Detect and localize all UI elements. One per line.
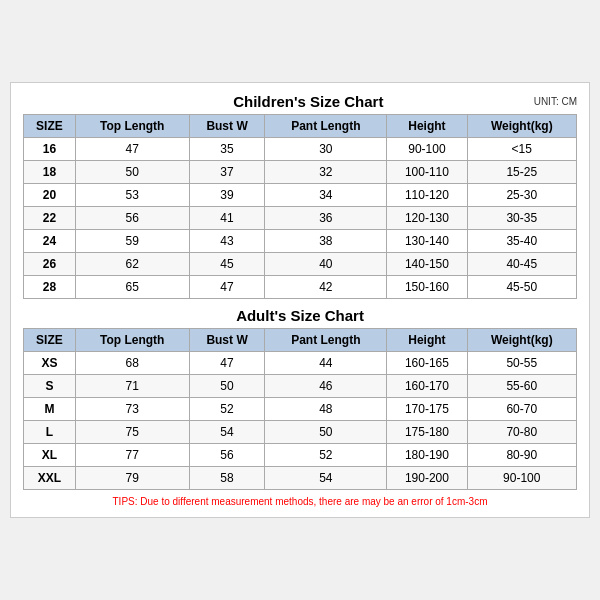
children-section: Children's Size Chart UNIT: CM SIZE Top … xyxy=(23,93,577,299)
table-row: XXL795854190-20090-100 xyxy=(24,467,577,490)
table-cell: 40 xyxy=(265,253,387,276)
table-cell: <15 xyxy=(467,138,576,161)
table-cell: 80-90 xyxy=(467,444,576,467)
table-cell: 43 xyxy=(189,230,265,253)
header-size: SIZE xyxy=(24,115,76,138)
adult-section: Adult's Size Chart SIZE Top Length Bust … xyxy=(23,307,577,490)
adult-header-row: SIZE Top Length Bust W Pant Length Heigh… xyxy=(24,329,577,352)
table-cell: 60-70 xyxy=(467,398,576,421)
table-cell: 70-80 xyxy=(467,421,576,444)
table-cell: XS xyxy=(24,352,76,375)
table-cell: 42 xyxy=(265,276,387,299)
table-cell: 30-35 xyxy=(467,207,576,230)
table-cell: M xyxy=(24,398,76,421)
table-cell: 36 xyxy=(265,207,387,230)
table-cell: 190-200 xyxy=(387,467,467,490)
table-cell: 175-180 xyxy=(387,421,467,444)
table-cell: L xyxy=(24,421,76,444)
table-cell: S xyxy=(24,375,76,398)
table-cell: 50 xyxy=(75,161,189,184)
table-cell: 75 xyxy=(75,421,189,444)
table-cell: 39 xyxy=(189,184,265,207)
table-row: 24594338130-14035-40 xyxy=(24,230,577,253)
table-cell: 32 xyxy=(265,161,387,184)
table-cell: 40-45 xyxy=(467,253,576,276)
adult-table-body: XS684744160-16550-55S715046160-17055-60M… xyxy=(24,352,577,490)
chart-container: Children's Size Chart UNIT: CM SIZE Top … xyxy=(10,82,590,518)
adult-header-weight: Weight(kg) xyxy=(467,329,576,352)
header-pant-length: Pant Length xyxy=(265,115,387,138)
table-cell: 160-170 xyxy=(387,375,467,398)
table-cell: 47 xyxy=(189,276,265,299)
children-title: Children's Size Chart xyxy=(83,93,534,110)
header-height: Height xyxy=(387,115,467,138)
children-table: SIZE Top Length Bust W Pant Length Heigh… xyxy=(23,114,577,299)
table-cell: 65 xyxy=(75,276,189,299)
table-cell: 50 xyxy=(265,421,387,444)
table-cell: 59 xyxy=(75,230,189,253)
table-cell: 110-120 xyxy=(387,184,467,207)
unit-label: UNIT: CM xyxy=(534,96,577,107)
table-row: XS684744160-16550-55 xyxy=(24,352,577,375)
table-cell: 25-30 xyxy=(467,184,576,207)
table-cell: 55-60 xyxy=(467,375,576,398)
children-table-head: SIZE Top Length Bust W Pant Length Heigh… xyxy=(24,115,577,138)
table-cell: 77 xyxy=(75,444,189,467)
table-row: 1647353090-100<15 xyxy=(24,138,577,161)
table-cell: 24 xyxy=(24,230,76,253)
table-cell: 18 xyxy=(24,161,76,184)
table-cell: 120-130 xyxy=(387,207,467,230)
table-cell: 35 xyxy=(189,138,265,161)
table-cell: 26 xyxy=(24,253,76,276)
table-cell: 52 xyxy=(189,398,265,421)
table-cell: 56 xyxy=(189,444,265,467)
table-cell: 50 xyxy=(189,375,265,398)
table-cell: 34 xyxy=(265,184,387,207)
adult-header-height: Height xyxy=(387,329,467,352)
adult-table: SIZE Top Length Bust W Pant Length Heigh… xyxy=(23,328,577,490)
adult-table-head: SIZE Top Length Bust W Pant Length Heigh… xyxy=(24,329,577,352)
table-cell: 58 xyxy=(189,467,265,490)
table-cell: 71 xyxy=(75,375,189,398)
table-cell: 52 xyxy=(265,444,387,467)
table-cell: 30 xyxy=(265,138,387,161)
table-cell: 16 xyxy=(24,138,76,161)
table-cell: 100-110 xyxy=(387,161,467,184)
table-cell: 28 xyxy=(24,276,76,299)
table-cell: 56 xyxy=(75,207,189,230)
table-cell: 41 xyxy=(189,207,265,230)
table-row: 20533934110-12025-30 xyxy=(24,184,577,207)
adult-title: Adult's Size Chart xyxy=(23,307,577,324)
table-cell: 90-100 xyxy=(467,467,576,490)
table-cell: 130-140 xyxy=(387,230,467,253)
table-cell: 73 xyxy=(75,398,189,421)
table-cell: 48 xyxy=(265,398,387,421)
adult-header-top-length: Top Length xyxy=(75,329,189,352)
table-row: XL775652180-19080-90 xyxy=(24,444,577,467)
adult-header-pant-length: Pant Length xyxy=(265,329,387,352)
table-cell: 46 xyxy=(265,375,387,398)
tips-text: TIPS: Due to different measurement metho… xyxy=(23,496,577,507)
table-row: M735248170-17560-70 xyxy=(24,398,577,421)
table-cell: 150-160 xyxy=(387,276,467,299)
table-cell: 170-175 xyxy=(387,398,467,421)
adult-header-bust-w: Bust W xyxy=(189,329,265,352)
table-row: 28654742150-16045-50 xyxy=(24,276,577,299)
table-cell: 68 xyxy=(75,352,189,375)
adult-title-row: Adult's Size Chart xyxy=(23,307,577,324)
children-header-row: SIZE Top Length Bust W Pant Length Heigh… xyxy=(24,115,577,138)
table-cell: 79 xyxy=(75,467,189,490)
table-cell: 54 xyxy=(265,467,387,490)
table-cell: 50-55 xyxy=(467,352,576,375)
table-row: 18503732100-11015-25 xyxy=(24,161,577,184)
children-title-row: Children's Size Chart UNIT: CM xyxy=(23,93,577,110)
table-cell: XXL xyxy=(24,467,76,490)
table-cell: 44 xyxy=(265,352,387,375)
table-row: 22564136120-13030-35 xyxy=(24,207,577,230)
table-cell: 54 xyxy=(189,421,265,444)
table-cell: 47 xyxy=(189,352,265,375)
header-weight: Weight(kg) xyxy=(467,115,576,138)
table-cell: 37 xyxy=(189,161,265,184)
table-cell: 90-100 xyxy=(387,138,467,161)
table-cell: 22 xyxy=(24,207,76,230)
